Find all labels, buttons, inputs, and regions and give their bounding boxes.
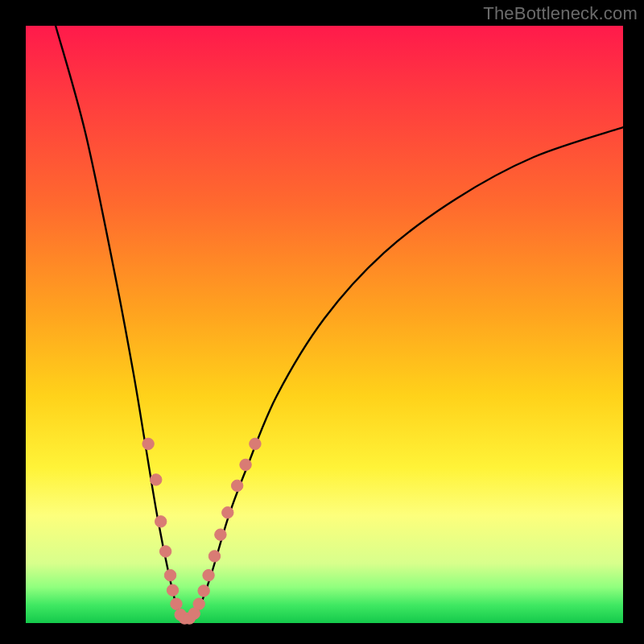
data-marker — [222, 507, 233, 518]
chart-overlay-svg — [26, 26, 623, 623]
data-marker — [240, 459, 251, 470]
data-marker — [231, 480, 242, 491]
data-marker — [142, 438, 154, 449]
data-marker — [198, 585, 209, 597]
data-marker — [215, 529, 226, 540]
bottleneck-curve — [56, 26, 623, 621]
data-marker — [167, 584, 178, 596]
data-marker — [164, 569, 175, 580]
data-marker — [159, 546, 171, 557]
data-marker — [171, 598, 182, 609]
data-marker — [193, 598, 204, 609]
watermark-text: TheBottleneck.com — [483, 3, 638, 24]
data-marker — [250, 438, 261, 449]
data-marker — [151, 474, 162, 485]
data-marker — [155, 516, 166, 527]
data-marker — [203, 569, 214, 580]
chart-frame: TheBottleneck.com — [0, 0, 644, 644]
plot-area — [26, 26, 623, 623]
data-marker — [208, 551, 220, 562]
